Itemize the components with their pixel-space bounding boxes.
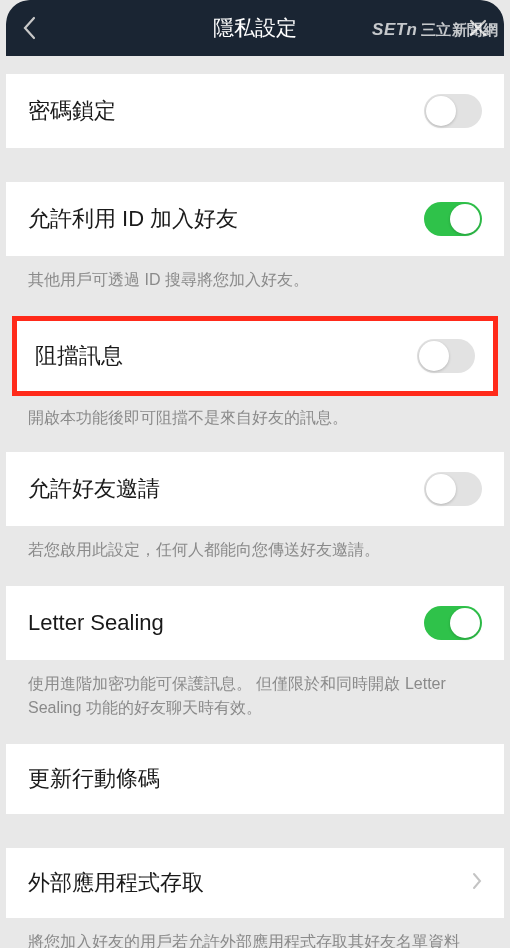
toggle-knob [450, 608, 480, 638]
toggle-letter-sealing[interactable] [424, 606, 482, 640]
spacer [6, 56, 504, 74]
chevron-left-icon [22, 16, 36, 40]
back-button[interactable] [22, 16, 52, 40]
description-letter-sealing: 使用進階加密功能可保護訊息。 但僅限於和同時開啟 Letter Sealing … [6, 660, 504, 734]
toggle-password-lock[interactable] [424, 94, 482, 128]
spacer [6, 306, 504, 316]
chevron-right-icon [472, 870, 482, 896]
row-label: 允許好友邀請 [28, 474, 160, 504]
spacer [6, 444, 504, 452]
page-title: 隱私設定 [213, 14, 297, 42]
row-block-messages[interactable]: 阻擋訊息 [17, 321, 493, 391]
row-label: 阻擋訊息 [35, 341, 123, 371]
row-allow-id-friend[interactable]: 允許利用 ID 加入好友 [6, 182, 504, 256]
row-external-app[interactable]: 外部應用程式存取 [6, 848, 504, 918]
toggle-knob [426, 474, 456, 504]
spacer [6, 148, 504, 182]
spacer [6, 734, 504, 744]
spacer [6, 576, 504, 586]
spacer [6, 814, 504, 848]
highlighted-row: 阻擋訊息 [12, 316, 498, 396]
row-refresh-qr[interactable]: 更新行動條碼 [6, 744, 504, 814]
row-allow-friend-invite[interactable]: 允許好友邀請 [6, 452, 504, 526]
description-block-messages: 開啟本功能後即可阻擋不是來自好友的訊息。 [6, 400, 504, 444]
row-letter-sealing[interactable]: Letter Sealing [6, 586, 504, 660]
row-label: 密碼鎖定 [28, 96, 116, 126]
row-label: Letter Sealing [28, 610, 164, 636]
row-password-lock[interactable]: 密碼鎖定 [6, 74, 504, 148]
toggle-knob [450, 204, 480, 234]
description-allow-friend-invite: 若您啟用此設定，任何人都能向您傳送好友邀請。 [6, 526, 504, 576]
row-label: 更新行動條碼 [28, 764, 160, 794]
row-label: 允許利用 ID 加入好友 [28, 204, 238, 234]
toggle-block-messages[interactable] [417, 339, 475, 373]
toggle-allow-friend-invite[interactable] [424, 472, 482, 506]
toggle-knob [419, 341, 449, 371]
description-external-app: 將您加入好友的用戶若允許外部應用程式存取其好友名單資料時，您在此處的設定可允許或… [6, 918, 504, 948]
watermark: SETn 三立新聞網 [372, 20, 498, 40]
toggle-allow-id-friend[interactable] [424, 202, 482, 236]
description-allow-id-friend: 其他用戶可透過 ID 搜尋將您加入好友。 [6, 256, 504, 306]
row-label: 外部應用程式存取 [28, 868, 204, 898]
settings-list: 密碼鎖定 允許利用 ID 加入好友 其他用戶可透過 ID 搜尋將您加入好友。 阻… [6, 56, 504, 948]
toggle-knob [426, 96, 456, 126]
